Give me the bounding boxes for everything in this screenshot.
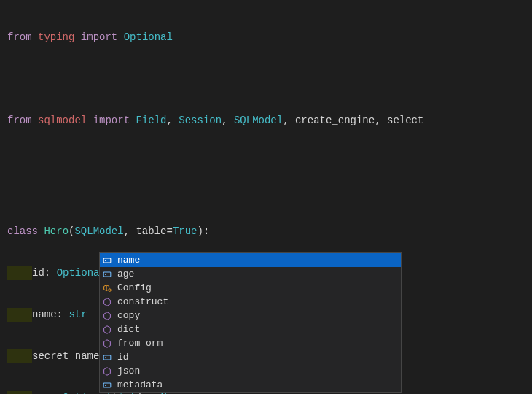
indent-guide <box>7 266 32 280</box>
autocomplete-label: copy <box>117 309 140 322</box>
svg-point-6 <box>105 357 106 358</box>
literal-true: True <box>173 225 197 239</box>
import-create-engine: create_engine <box>295 114 375 128</box>
method-icon <box>101 324 113 336</box>
indent-guide <box>7 349 32 363</box>
autocomplete-item-Config[interactable]: Config <box>100 281 401 295</box>
method-icon <box>101 310 113 322</box>
svg-point-4 <box>109 288 112 291</box>
autocomplete-item-age[interactable]: age <box>100 267 401 281</box>
module-sqlmodel: sqlmodel <box>38 114 87 128</box>
field-icon <box>101 379 113 391</box>
autocomplete-popup[interactable]: nameageConfigconstructcopydictfrom_ormid… <box>99 252 402 393</box>
keyword-class: class <box>7 225 38 239</box>
field-name: name <box>32 308 57 322</box>
autocomplete-label: metadata <box>117 378 163 392</box>
autocomplete-item-copy[interactable]: copy <box>100 309 401 322</box>
autocomplete-item-dict[interactable]: dict <box>100 322 401 336</box>
svg-rect-2 <box>103 271 111 276</box>
import-field: Field <box>136 114 166 128</box>
field-secret-name: secret_name <box>32 349 99 363</box>
base-sqlmodel: SQLModel <box>74 225 123 239</box>
import-session: Session <box>179 114 222 128</box>
kwarg-table: table <box>136 225 166 239</box>
method-icon <box>101 366 113 377</box>
import-sqlmodel: SQLModel <box>234 114 283 128</box>
autocomplete-item-json[interactable]: json <box>100 364 401 378</box>
keyword-import: import <box>81 31 117 45</box>
type-optional: Optional <box>124 31 173 45</box>
svg-point-1 <box>105 260 106 261</box>
autocomplete-item-construct[interactable]: construct <box>100 295 401 309</box>
autocomplete-label: construct <box>117 295 168 309</box>
svg-point-3 <box>105 274 106 275</box>
keyword-import: import <box>93 114 130 128</box>
field-icon <box>101 269 113 280</box>
type-optional: Optional <box>57 266 106 280</box>
svg-rect-0 <box>103 258 111 262</box>
code-line-blank[interactable] <box>7 155 532 169</box>
autocomplete-item-metadata[interactable]: metadata <box>100 378 401 392</box>
import-select: select <box>387 114 423 128</box>
method-icon <box>101 338 113 349</box>
class-icon <box>101 282 113 294</box>
autocomplete-label: id <box>117 350 129 364</box>
autocomplete-label: Config <box>117 281 152 295</box>
autocomplete-item-name[interactable]: name <box>100 253 401 267</box>
svg-point-8 <box>105 385 106 386</box>
class-hero: Hero <box>44 225 69 239</box>
code-line[interactable]: class Hero(SQLModel, table=True): <box>7 225 532 239</box>
autocomplete-label: from_orm <box>117 336 163 350</box>
autocomplete-label: age <box>117 267 134 281</box>
indent-guide <box>7 391 32 394</box>
keyword-from: from <box>7 31 32 45</box>
type-str: str <box>69 308 87 322</box>
svg-rect-7 <box>103 382 111 387</box>
autocomplete-label: name <box>117 253 140 267</box>
code-line[interactable]: from sqlmodel import Field, Session, SQL… <box>7 114 532 128</box>
code-line-blank[interactable] <box>7 183 532 197</box>
autocomplete-item-from_orm[interactable]: from_orm <box>100 336 401 350</box>
autocomplete-label: dict <box>117 322 140 336</box>
module-typing: typing <box>38 31 74 45</box>
field-age: age <box>32 391 50 394</box>
autocomplete-label: json <box>117 364 140 378</box>
field-icon <box>101 352 113 363</box>
method-icon <box>101 296 113 308</box>
code-line-blank[interactable] <box>7 72 532 86</box>
field-icon <box>101 255 113 266</box>
indent-guide <box>7 308 32 322</box>
field-id: id <box>32 266 44 280</box>
autocomplete-item-id[interactable]: id <box>100 350 401 364</box>
svg-rect-5 <box>103 355 111 359</box>
code-line[interactable]: from typing import Optional <box>7 31 532 45</box>
keyword-from: from <box>7 114 32 128</box>
